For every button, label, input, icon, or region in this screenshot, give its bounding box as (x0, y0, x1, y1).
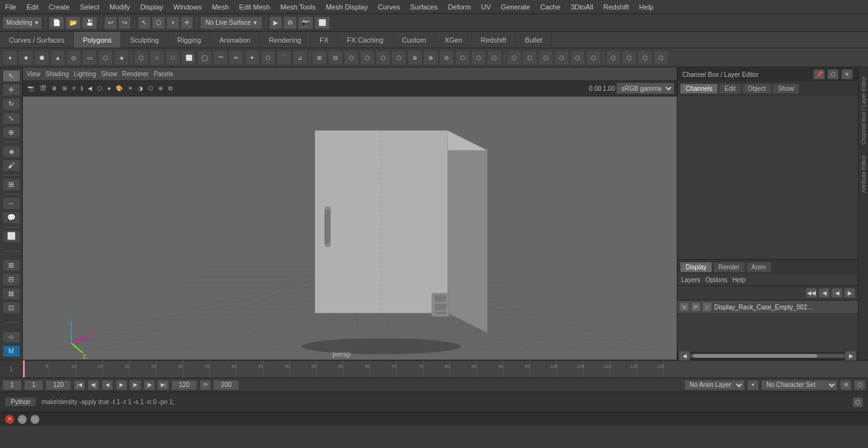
channel-box-float-btn[interactable]: ⬡ (827, 69, 839, 79)
paint-select-tool[interactable]: 🖌 (3, 160, 20, 172)
vp-isolate-btn[interactable]: ⊕ (156, 82, 165, 95)
boolean-icon[interactable]: ⊕ (407, 50, 423, 65)
append-icon[interactable]: ⬡ (471, 50, 486, 65)
render-settings-button[interactable]: ⚙ (283, 17, 297, 29)
tab-rendering[interactable]: Rendering (260, 32, 311, 48)
next-key-btn[interactable]: |▶ (144, 380, 155, 390)
select-tool-button[interactable]: ↖ (138, 17, 151, 29)
snap1-icon[interactable]: ⬡ (606, 50, 621, 65)
layer-menu-layers[interactable]: Layers (681, 276, 700, 283)
menu-edit[interactable]: Edit (22, 2, 44, 12)
layer-playback-btn[interactable]: P (691, 302, 700, 311)
menu-redshift[interactable]: Redshift (598, 2, 634, 12)
ep-curve-icon[interactable]: ✦ (245, 50, 260, 65)
layer-tab-display[interactable]: Display (680, 262, 712, 273)
frame-start-input[interactable] (3, 380, 22, 390)
layer-menu-help[interactable]: Help (732, 276, 745, 283)
char-set-options-btn[interactable]: ⚙ (840, 380, 851, 390)
redo-button[interactable]: ↪ (118, 17, 131, 29)
tab-xgen[interactable]: XGen (435, 32, 471, 48)
nurbs-cube-icon[interactable]: □ (165, 50, 180, 65)
snap3-icon[interactable]: ⬡ (637, 50, 653, 65)
deform5-icon[interactable]: ⬡ (570, 50, 585, 65)
gamma-select[interactable]: sRGB gamma (616, 83, 674, 94)
menu-mesh-display[interactable]: Mesh Display (321, 2, 373, 12)
lattice-icon[interactable]: ⊟ (328, 50, 343, 65)
vp-shaded-btn[interactable]: ● (105, 82, 112, 95)
menu-display[interactable]: Display (135, 2, 168, 12)
quick-layout-2[interactable]: ⊟ (3, 273, 20, 285)
vp-xray-btn[interactable]: ⬡ (146, 82, 155, 95)
undo-button[interactable]: ↩ (104, 17, 117, 29)
tab-curves-surfaces[interactable]: Curves / Surfaces (0, 32, 74, 48)
layer-menu-options[interactable]: Options (705, 276, 727, 283)
deform4-icon[interactable]: ⬡ (554, 50, 569, 65)
disc-icon[interactable]: ⬡ (98, 50, 113, 65)
maya-logo[interactable]: M (3, 345, 20, 357)
play-btn[interactable]: ▶ (116, 380, 127, 390)
menu-deform[interactable]: Deform (443, 2, 476, 12)
go-to-start-btn[interactable]: |◀ (74, 380, 85, 390)
soft-select-tool[interactable]: ◈ (3, 146, 20, 158)
viewport[interactable]: View Shading Lighting Show Renderer Pane… (23, 67, 677, 360)
arc-icon[interactable]: ⌒ (276, 50, 292, 65)
menu-mesh-tools[interactable]: Mesh Tools (275, 2, 320, 12)
snap2-icon[interactable]: ⬡ (621, 50, 637, 65)
menu-cache[interactable]: Cache (535, 2, 566, 12)
tab-redshift[interactable]: Redshift (472, 32, 516, 48)
separate-icon[interactable]: ⊘ (439, 50, 454, 65)
menu-mesh[interactable]: Mesh (207, 2, 234, 12)
lasso-tool-button[interactable]: ⬡ (152, 17, 165, 29)
tab-polygons[interactable]: Polygons (74, 32, 121, 48)
save-scene-button[interactable]: 💾 (82, 17, 97, 29)
nurbs-circle-icon[interactable]: ◯ (197, 50, 212, 65)
window-close-btn[interactable]: ✕ (5, 415, 14, 424)
tab-custom[interactable]: Custom (393, 32, 436, 48)
render-button[interactable]: ▶ (269, 17, 282, 29)
layer-visibility-btn[interactable]: V (680, 302, 689, 311)
tab-edit[interactable]: Edit (719, 83, 741, 94)
layer-row[interactable]: V P / Display_Rack_Case_Empty_002_layer (677, 301, 858, 314)
deform2-icon[interactable]: ⬡ (522, 50, 538, 65)
channel-box-pin-btn[interactable]: 📌 (813, 69, 825, 79)
tab-show[interactable]: Show (772, 83, 799, 94)
cylinder-icon[interactable]: ⬟ (34, 50, 50, 65)
timeline[interactable]: 1 5 10 15 20 25 30 35 40 45 50 55 60 65 … (0, 360, 868, 377)
tab-object[interactable]: Object (742, 83, 772, 94)
quick-layout-3[interactable]: ⊠ (3, 288, 20, 300)
viewport-show-menu[interactable]: Show (101, 71, 117, 78)
deform6-icon[interactable]: ⬡ (586, 50, 601, 65)
viewport-renderer-menu[interactable]: Renderer (122, 71, 149, 78)
viewport-lighting-menu[interactable]: Lighting (74, 71, 96, 78)
nurbs-plane-icon[interactable]: ⬜ (181, 50, 196, 65)
menu-create[interactable]: Create (44, 2, 75, 12)
vp-wire-btn[interactable]: ⬡ (95, 82, 104, 95)
grid-icon[interactable]: ⊞ (312, 50, 327, 65)
viewport-canvas[interactable]: Y X Z persp (23, 97, 677, 360)
workspace-dropdown[interactable]: Modeling ▾ (3, 17, 42, 29)
menu-curves[interactable]: Curves (373, 2, 405, 12)
pencil-icon[interactable]: ✏ (229, 50, 244, 65)
layer-scroll-left-btn[interactable]: ◀ (831, 288, 843, 298)
deform1-icon[interactable]: ⬡ (506, 50, 522, 65)
window-maximize-btn[interactable]: □ (31, 415, 39, 424)
select-tool[interactable]: ↖ (3, 70, 20, 82)
transform-tool-button[interactable]: ✛ (180, 17, 193, 29)
menu-file[interactable]: File (0, 2, 22, 12)
menu-3dtoall[interactable]: 3DtoAll (566, 2, 598, 12)
layer-color-swatch[interactable]: / (703, 302, 712, 311)
paint-tool-button[interactable]: ⚬ (166, 17, 179, 29)
menu-uv[interactable]: UV (476, 2, 496, 12)
render-camera-button[interactable]: 📷 (298, 17, 313, 29)
channel-box-close-btn[interactable]: ✕ (841, 69, 853, 79)
frame-current-input[interactable] (24, 380, 43, 390)
quick-layout-1[interactable]: ⊞ (3, 259, 20, 271)
measure-icon[interactable]: ⊿ (292, 50, 308, 65)
tab-bullet[interactable]: Bullet (516, 32, 552, 48)
open-scene-button[interactable]: 📂 (65, 17, 81, 29)
range-end-input[interactable] (172, 380, 197, 390)
tab-sculpting[interactable]: Sculpting (121, 32, 168, 48)
marquee-sel-tool[interactable]: ⬜ (3, 230, 20, 242)
deform3-icon[interactable]: ⬡ (538, 50, 553, 65)
snap4-icon[interactable]: ⬡ (653, 50, 668, 65)
